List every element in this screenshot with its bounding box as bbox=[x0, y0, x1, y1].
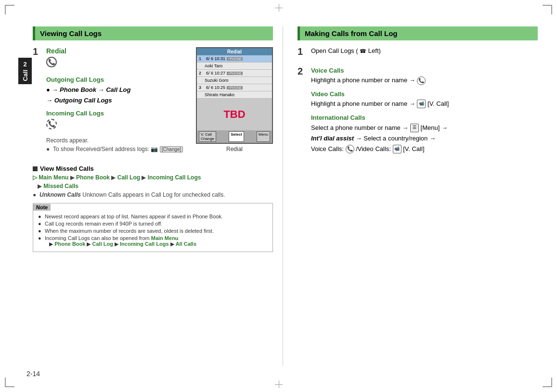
video-calls-title: Video Calls bbox=[311, 90, 538, 98]
row1-date: 6/ 6 10:31 bbox=[206, 56, 225, 61]
missed-title-text: View Missed Calls bbox=[40, 165, 94, 172]
intl-line2b: → Select a country/region → bbox=[356, 135, 436, 142]
menu-label: [Menu] → bbox=[421, 124, 448, 131]
unknown-calls-text: Unknown Calls Unknown Calls appears in C… bbox=[39, 191, 225, 198]
right-section-header: Making Calls from Call Log bbox=[298, 26, 538, 40]
phone-row-3: 3 6/ 6 10:25 +PHONE bbox=[197, 84, 272, 91]
bullet-change: ● To show Received/Sent address logs: 📷 … bbox=[46, 146, 191, 152]
records-note: Records appear. bbox=[46, 137, 191, 144]
phone-label: Redial bbox=[196, 146, 273, 152]
row3-badge: +PHONE bbox=[227, 86, 243, 89]
side-tab-label: Call bbox=[22, 70, 29, 81]
note-item-3: ● When the maximum number of records are… bbox=[38, 228, 268, 234]
phone-row-1: 1 6/ 6 10:31 +PHONE bbox=[197, 55, 272, 63]
voice-calls-text: Highlight a phone number or name → 📞 bbox=[311, 76, 538, 86]
phone-icon-voice: 📞 bbox=[417, 76, 426, 85]
right-step2-content: Voice Calls Highlight a phone number or … bbox=[311, 67, 538, 154]
left-panel: Viewing Call Logs 1 Redial 📞 Outgoing Ca… bbox=[33, 26, 283, 366]
open-call-logs-text: Open Call Logs ( bbox=[311, 47, 358, 54]
outgoing-arrow2: → Outgoing Call Logs bbox=[46, 96, 191, 105]
intl-voice-suffix: /Video Calls: bbox=[356, 145, 391, 152]
phone-screen: Redial 1 6/ 6 10:31 +PHONE Aoki Taro 2 bbox=[196, 47, 273, 144]
note-body: ● Newest record appears at top of list. … bbox=[33, 211, 272, 252]
side-tab: 2 Call bbox=[18, 58, 32, 84]
video-calls-text: Highlight a phone number or name → 📹 [V.… bbox=[311, 99, 538, 109]
corner-mark-bl bbox=[5, 378, 14, 387]
bullet-dot-out: ● bbox=[46, 86, 52, 93]
menu-path-2: ▶ Missed Calls bbox=[33, 183, 273, 190]
phone-screen-container: Redial 1 6/ 6 10:31 +PHONE Aoki Taro 2 bbox=[196, 47, 273, 152]
missed-section: View Missed Calls ▷ Main Menu ▶ Phone Bo… bbox=[33, 160, 273, 198]
right-step1-content: Open Call Logs ( ☎ Left) bbox=[311, 47, 538, 54]
row2-name: Suzuki Goro bbox=[205, 78, 229, 83]
right-panel: Making Calls from Call Log 1 Open Call L… bbox=[283, 26, 538, 366]
change-icon: 📷 bbox=[151, 146, 158, 152]
incoming-title: Incoming Call Logs bbox=[46, 110, 191, 117]
left-section-header: Viewing Call Logs bbox=[33, 26, 273, 40]
vcall-icon: 📹 bbox=[417, 100, 426, 108]
row3-name: Shirato Hanako bbox=[205, 92, 234, 97]
note-box: Note ● Newest record appears at top of l… bbox=[33, 203, 273, 252]
row3-date: 6/ 6 10:25 bbox=[206, 85, 225, 90]
step1-row: 1 Redial 📞 Outgoing Call Logs ● → Phone … bbox=[33, 47, 273, 152]
incoming-phone-icon: 📞 bbox=[46, 119, 57, 129]
phone-row-2: 2 6/ 6 10:27 +PHONE bbox=[197, 70, 272, 77]
unknown-calls-bullet: ● Unknown Calls Unknown Calls appears in… bbox=[33, 191, 273, 198]
right-step2-row: 2 Voice Calls Highlight a phone number o… bbox=[298, 67, 538, 154]
open-call-logs-suffix: Left) bbox=[368, 47, 381, 54]
right-section-title: Making Calls from Call Log bbox=[305, 29, 398, 38]
page-number: 2-14 bbox=[26, 370, 40, 378]
menu-path-1: ▷ Main Menu ▶ Phone Book ▶ Call Log ▶ In… bbox=[33, 174, 273, 181]
note-item-1: ● Newest record appears at top of list. … bbox=[38, 214, 268, 219]
left-section-title: Viewing Call Logs bbox=[40, 29, 102, 38]
center-mark-top bbox=[275, 4, 283, 12]
missed-title: View Missed Calls bbox=[33, 165, 273, 172]
voice-calls-title: Voice Calls bbox=[311, 67, 538, 74]
vcall-suffix: [V. Call] bbox=[427, 100, 449, 107]
square-icon bbox=[33, 166, 38, 171]
phone-screen-footer: V. CallChange Select Menu bbox=[197, 130, 272, 143]
main-content: Viewing Call Logs 1 Redial 📞 Outgoing Ca… bbox=[33, 26, 538, 366]
note-item-4: ● Incoming Call Logs can also be opened … bbox=[38, 235, 268, 247]
step1-num: 1 bbox=[33, 46, 46, 57]
footer-left: V. CallChange bbox=[199, 131, 216, 142]
note-item-2: ● Call Log records remain even if 940P i… bbox=[38, 221, 268, 227]
phone-row-3b: Shirato Hanako bbox=[197, 91, 272, 99]
corner-mark-tr bbox=[543, 5, 552, 14]
outgoing-arrow2-text: → Outgoing Call Logs bbox=[46, 97, 112, 104]
intl-dial-assist: Int'l dial assist bbox=[311, 135, 354, 142]
redial-phone-icon: 📞 bbox=[46, 57, 57, 67]
intl-voice-label: Voice Calls: bbox=[311, 145, 344, 152]
phone-row-1b: Aoki Taro bbox=[197, 63, 272, 70]
right-step1-row: 1 Open Call Logs ( ☎ Left) bbox=[298, 47, 538, 62]
row2-date: 6/ 6 10:27 bbox=[206, 71, 225, 76]
intl-vcall: [V. Call] bbox=[403, 145, 424, 152]
intl-text: Select a phone number or name → ☰ [Menu]… bbox=[311, 123, 538, 154]
row1-badge: +PHONE bbox=[227, 57, 243, 61]
intl-title: International Calls bbox=[311, 114, 538, 121]
vcall-icon-intl: 📹 bbox=[393, 145, 402, 153]
outgoing-title: Outgoing Call Logs bbox=[46, 76, 191, 83]
bullet-change-text: To show Received/Sent address logs: 📷 [C… bbox=[53, 146, 183, 152]
phone-tbd: TBD bbox=[197, 99, 272, 130]
redial-title: Redial bbox=[46, 47, 191, 55]
menu-icon: ☰ bbox=[410, 124, 419, 132]
row1-name: Aoki Taro bbox=[205, 63, 222, 68]
center-mark-bottom bbox=[275, 380, 283, 388]
right-step2-num: 2 bbox=[298, 66, 311, 77]
corner-mark-tl bbox=[5, 5, 14, 14]
outgoing-arrow1: → Phone Book → Call Log bbox=[52, 86, 130, 93]
phone-icon-intl: 📞 bbox=[346, 145, 354, 153]
note-header: Note bbox=[33, 204, 51, 211]
corner-mark-br bbox=[543, 378, 552, 387]
right-step1-num: 1 bbox=[298, 46, 311, 57]
change-key: [Change] bbox=[160, 146, 183, 152]
row2-badge: +PHONE bbox=[227, 72, 243, 75]
footer-right: Menu bbox=[257, 131, 270, 142]
side-tab-number: 2 bbox=[23, 61, 26, 68]
step1-text: Redial 📞 Outgoing Call Logs ● → Phone Bo… bbox=[46, 47, 191, 152]
outgoing-arrow-row: ● → Phone Book → Call Log bbox=[46, 85, 191, 95]
phone-row-2b: Suzuki Goro bbox=[197, 77, 272, 84]
step1-inner: Redial 📞 Outgoing Call Logs ● → Phone Bo… bbox=[46, 47, 273, 152]
step1-content: Redial 📞 Outgoing Call Logs ● → Phone Bo… bbox=[46, 47, 273, 152]
